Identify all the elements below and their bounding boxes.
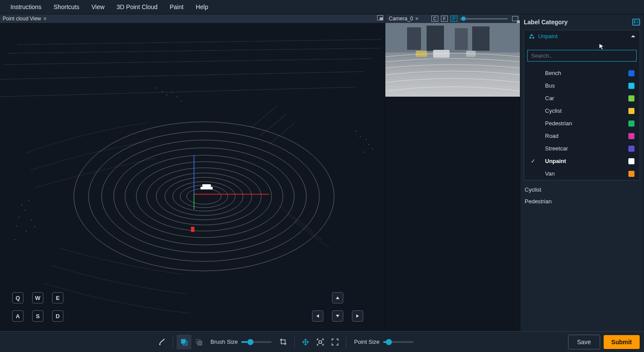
category-name: Streetcar (540, 145, 628, 152)
svg-rect-45 (407, 27, 421, 50)
menu-3d-point-cloud[interactable]: 3D Point Cloud (111, 3, 164, 10)
svg-point-23 (26, 231, 26, 231)
svg-point-5 (147, 168, 261, 225)
category-name: Car (540, 95, 628, 101)
camera-mode-f[interactable]: F (441, 16, 448, 22)
nav-key-a[interactable]: A (12, 310, 23, 322)
shapes-icon (529, 33, 535, 39)
applied-label-pedestrian[interactable]: Pedestrian (525, 196, 639, 207)
menu-instructions[interactable]: Instructions (4, 3, 48, 10)
svg-line-12 (17, 39, 382, 45)
nav-key-e[interactable]: E (52, 292, 63, 303)
svg-line-13 (9, 48, 382, 53)
category-name: Unpaint (540, 158, 628, 164)
category-item-bench[interactable]: Bench (524, 67, 640, 79)
svg-point-19 (19, 217, 19, 217)
color-swatch (628, 121, 634, 127)
svg-point-25 (14, 239, 15, 240)
category-name: Bench (540, 70, 628, 76)
svg-line-15 (0, 72, 365, 79)
brush-size-slider[interactable] (241, 341, 272, 343)
svg-point-24 (34, 226, 35, 227)
point-cloud-tab[interactable]: Point cloud View ✕ (0, 16, 49, 22)
list-toggle-icon[interactable] (632, 19, 640, 26)
category-item-van[interactable]: Van (524, 167, 640, 180)
layer-back-icon[interactable] (191, 335, 206, 349)
svg-line-16 (0, 87, 356, 97)
camera-mode-p[interactable]: P (450, 16, 457, 22)
svg-rect-44 (385, 23, 520, 52)
nav-key-w[interactable]: W (32, 292, 43, 303)
submit-button[interactable]: Submit (604, 335, 640, 349)
maximize-icon[interactable] (512, 16, 518, 21)
move-icon[interactable] (298, 335, 313, 349)
arrow-buttons (312, 292, 368, 323)
category-search-input[interactable] (527, 50, 637, 62)
camera-image[interactable] (385, 23, 520, 97)
menu-help[interactable]: Help (190, 3, 214, 10)
close-icon[interactable]: ✕ (43, 16, 47, 22)
svg-point-33 (162, 91, 162, 91)
svg-point-32 (156, 88, 156, 88)
svg-point-3 (165, 177, 243, 215)
svg-point-31 (372, 148, 372, 149)
svg-rect-48 (472, 26, 490, 51)
svg-point-21 (31, 220, 31, 220)
color-swatch (628, 83, 634, 89)
close-icon[interactable]: ✕ (415, 16, 419, 22)
layer-front-icon[interactable] (177, 335, 191, 349)
svg-point-11 (74, 122, 334, 271)
svg-point-10 (89, 131, 319, 261)
nav-key-d[interactable]: D (52, 310, 63, 322)
category-item-pedestrian[interactable]: Pedestrian (524, 117, 640, 130)
cursor-icon (598, 43, 605, 51)
menu-shortcuts[interactable]: Shortcuts (48, 3, 85, 10)
category-item-streetcar[interactable]: Streetcar (524, 142, 640, 155)
color-swatch (628, 133, 634, 139)
maximize-icon[interactable] (377, 15, 383, 20)
svg-point-22 (16, 225, 16, 226)
focus-icon[interactable] (313, 335, 328, 349)
dropdown-selected-label: Unpaint (538, 33, 558, 39)
footer-toolbar: Brush Size Point Size Save Submit (0, 331, 644, 352)
arrow-left-button[interactable] (312, 310, 323, 322)
arrow-right-button[interactable] (352, 310, 363, 322)
crop-icon[interactable] (276, 335, 291, 349)
menu-view[interactable]: View (85, 3, 111, 10)
svg-point-29 (368, 144, 369, 144)
svg-point-36 (177, 96, 177, 97)
category-item-unpaint[interactable]: ✓Unpaint (524, 155, 640, 167)
dropdown-selected[interactable]: Unpaint (524, 30, 640, 42)
svg-rect-46 (427, 26, 444, 51)
category-item-road[interactable]: Road (524, 130, 640, 142)
point-size-slider[interactable] (383, 341, 414, 343)
color-swatch (628, 146, 634, 152)
point-cloud-viewport[interactable]: Q W E A S D (0, 23, 385, 331)
color-swatch (628, 158, 634, 164)
fullscreen-icon[interactable] (328, 335, 342, 349)
category-item-cyclist[interactable]: Cyclist (524, 104, 640, 117)
category-item-car[interactable]: Car (524, 92, 640, 104)
applied-label-cyclist[interactable]: Cyclist (525, 184, 639, 196)
brush-tool-icon[interactable] (154, 335, 169, 349)
svg-rect-57 (319, 341, 322, 343)
svg-rect-56 (198, 341, 202, 345)
category-name: Pedestrian (540, 120, 628, 127)
camera-tab[interactable]: Camera_0 ✕ (386, 16, 421, 22)
camera-mode-c[interactable]: C (431, 16, 438, 22)
category-item-bus[interactable]: Bus (524, 79, 640, 92)
arrow-down-button[interactable] (332, 310, 343, 322)
svg-point-37 (181, 101, 181, 101)
camera-zoom-slider[interactable] (460, 18, 508, 20)
top-menu-bar: Instructions Shortcuts View 3D Point Clo… (0, 0, 644, 14)
nav-key-s[interactable]: S (32, 310, 43, 322)
arrow-up-button[interactable] (332, 292, 343, 303)
svg-point-17 (21, 205, 22, 205)
menu-paint[interactable]: Paint (164, 3, 190, 10)
category-name: Van (540, 170, 628, 177)
nav-key-q[interactable]: Q (12, 292, 23, 303)
save-button[interactable]: Save (568, 335, 600, 349)
category-name: Road (540, 133, 628, 139)
brush-size-label: Brush Size (210, 339, 238, 345)
applied-labels-list: CyclistPedestrian (524, 180, 640, 211)
